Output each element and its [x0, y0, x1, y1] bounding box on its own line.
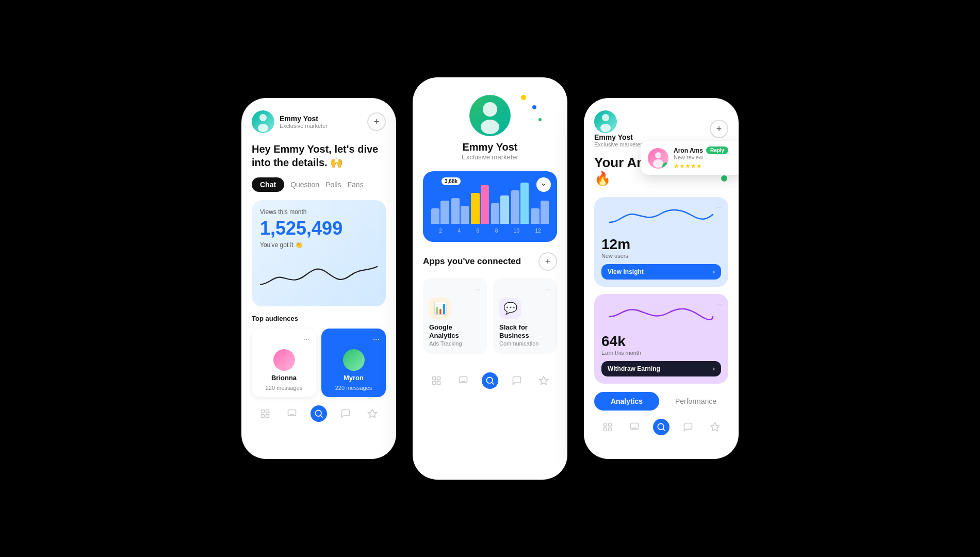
- stats-label: Views this month: [260, 208, 378, 216]
- audience-name: Brionna: [271, 374, 297, 382]
- online-indicator: [720, 174, 728, 183]
- ga-sub: Ads Tracking: [429, 340, 481, 347]
- svg-marker-9: [368, 409, 377, 418]
- nav-bar-2: [423, 364, 557, 389]
- avatar: [252, 110, 274, 133]
- phone2-avatar: [469, 95, 511, 136]
- stat-number-users: 12m: [601, 236, 721, 253]
- chart-tooltip: 3,68k: [442, 177, 461, 185]
- svg-rect-15: [437, 382, 440, 385]
- view-insight-btn[interactable]: View Insight ›: [601, 264, 721, 280]
- nav3-chat-icon[interactable]: [680, 419, 696, 435]
- notif-check-icon: ✓: [662, 162, 668, 169]
- nav2-chat-icon[interactable]: [509, 372, 525, 389]
- tabs: Chat Question Polls Fans: [252, 177, 386, 192]
- svg-marker-19: [540, 376, 548, 385]
- svg-rect-3: [266, 410, 269, 413]
- nav-chat-icon[interactable]: [337, 405, 354, 422]
- phone3-user-name: Emmy Yost: [594, 133, 642, 141]
- svg-point-29: [658, 424, 664, 430]
- phone2-user-name: Emmy Yost: [462, 141, 517, 153]
- notif-avatar: ✓: [648, 148, 668, 169]
- add-button[interactable]: +: [367, 112, 386, 131]
- nav-compose-icon[interactable]: [284, 405, 300, 422]
- nav-bar-3: [594, 411, 728, 435]
- add-app-button[interactable]: +: [538, 252, 557, 271]
- stat-label-earn: Earn this month: [601, 350, 721, 356]
- tab-performance[interactable]: Performance: [663, 392, 728, 411]
- audience-avatar-brionna: [273, 349, 295, 371]
- nav3-star-icon[interactable]: [707, 419, 723, 435]
- slack-icon: 💬: [499, 298, 521, 319]
- decoration-dot-blue: [532, 105, 536, 109]
- audience-messages-myron: 220 messages: [335, 385, 372, 391]
- svg-marker-31: [711, 423, 720, 431]
- phone1-header: Emmy Yost Exclusive marketer +: [252, 110, 386, 133]
- phone2-user-title: Exclusive marketer: [462, 153, 518, 161]
- phone3-add-button[interactable]: +: [710, 120, 728, 138]
- stat-wave-earn: [601, 301, 721, 327]
- nav3-compose-icon[interactable]: [626, 419, 643, 435]
- tab-question[interactable]: Question: [290, 181, 319, 189]
- svg-point-1: [258, 124, 268, 132]
- svg-point-22: [602, 114, 609, 121]
- svg-point-0: [259, 114, 267, 121]
- tab-chat[interactable]: Chat: [252, 177, 284, 192]
- notification-popup: ✓ Aron Ams Reply New review ★★★★★: [641, 141, 739, 175]
- svg-line-18: [492, 383, 494, 385]
- audience-avatar-myron: [343, 349, 365, 371]
- svg-point-21: [653, 159, 663, 168]
- bottom-tabs: Analytics Performance: [594, 392, 728, 411]
- audience-name-myron: Myron: [344, 374, 364, 382]
- phone3-user-title: Exclusive marketer: [594, 141, 642, 148]
- apps-section-title: Apps you've connected: [423, 256, 521, 267]
- stat-label-users: New users: [601, 253, 721, 259]
- tab-analytics[interactable]: Analytics: [594, 392, 659, 411]
- decoration-dot-green: [538, 118, 542, 121]
- nav2-star-icon[interactable]: [535, 372, 552, 389]
- nav2-search-icon[interactable]: [482, 372, 498, 389]
- stats-number: 1,525,499: [260, 218, 378, 239]
- app-card-ga: ··· 📊 Google Analytics Ads Tracking: [423, 278, 487, 354]
- svg-rect-4: [262, 415, 265, 418]
- nav2-home-icon[interactable]: [428, 372, 445, 389]
- audience-cards: ··· Brionna 220 messages ··· Myron 220 m…: [252, 329, 386, 397]
- phone3-user-info: Emmy Yost Exclusive marketer: [594, 110, 642, 148]
- nav3-search-icon[interactable]: [653, 419, 669, 435]
- svg-rect-13: [437, 377, 440, 380]
- svg-point-11: [481, 120, 499, 134]
- withdraw-earning-btn[interactable]: Withdraw Earning ›: [601, 361, 721, 376]
- tab-polls[interactable]: Polls: [325, 181, 341, 189]
- chart-x-labels: 2 4 6 8 10 12: [431, 228, 549, 234]
- phone-3: ✓ Aron Ams Reply New review ★★★★★ Emmy Y…: [584, 98, 739, 459]
- nav3-home-icon[interactable]: [599, 419, 616, 435]
- svg-line-30: [663, 429, 665, 431]
- svg-rect-27: [609, 428, 612, 431]
- nav-home-icon[interactable]: [257, 405, 273, 422]
- svg-rect-2: [262, 410, 265, 413]
- phone2-avatar-section: Emmy Yost Exclusive marketer: [423, 90, 557, 161]
- bar-chart-card: 3,68k 2 4 6 8 10 12: [423, 171, 557, 242]
- wave-chart: [260, 255, 378, 296]
- notif-name: Aron Ams: [674, 147, 703, 154]
- nav-star-icon[interactable]: [364, 405, 381, 422]
- user-name: Emmy Yost: [280, 114, 328, 123]
- notif-sub: New review: [674, 154, 737, 160]
- svg-point-23: [600, 124, 611, 132]
- phone-1: Emmy Yost Exclusive marketer + Hey Emmy …: [241, 98, 396, 459]
- svg-rect-14: [433, 382, 436, 385]
- audience-messages: 220 messages: [266, 385, 303, 391]
- svg-rect-26: [604, 428, 607, 431]
- stats-card: Views this month 1,525,499 You've got it…: [252, 200, 386, 306]
- svg-line-8: [321, 416, 323, 418]
- notif-reply-button[interactable]: Reply: [706, 146, 728, 154]
- top-audiences-label: Top audiences: [252, 315, 386, 322]
- svg-point-7: [315, 410, 321, 416]
- svg-rect-12: [433, 377, 436, 380]
- nav-search-icon[interactable]: [311, 405, 327, 422]
- slack-sub: Communication: [499, 340, 551, 347]
- svg-point-17: [486, 378, 493, 384]
- tab-fans[interactable]: Fans: [348, 181, 364, 189]
- svg-rect-24: [604, 423, 607, 427]
- nav2-compose-icon[interactable]: [455, 372, 471, 389]
